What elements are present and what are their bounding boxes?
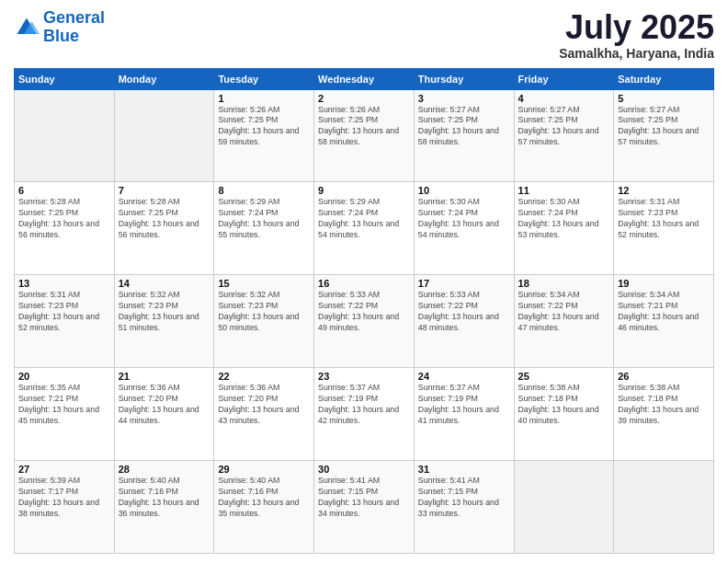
day-number: 14 — [119, 278, 210, 289]
weekday-header-row: SundayMondayTuesdayWednesdayThursdayFrid… — [15, 68, 714, 89]
day-cell: 27Sunrise: 5:39 AM Sunset: 7:17 PM Dayli… — [15, 461, 115, 554]
weekday-monday: Monday — [114, 68, 214, 89]
weekday-saturday: Saturday — [614, 68, 714, 89]
day-number: 18 — [518, 278, 610, 289]
day-number: 27 — [18, 464, 110, 475]
day-info: Sunrise: 5:32 AM Sunset: 7:23 PM Dayligh… — [119, 290, 210, 334]
day-info: Sunrise: 5:31 AM Sunset: 7:23 PM Dayligh… — [618, 197, 710, 241]
day-cell: 26Sunrise: 5:38 AM Sunset: 7:18 PM Dayli… — [614, 368, 714, 461]
day-cell: 23Sunrise: 5:37 AM Sunset: 7:19 PM Dayli… — [314, 368, 415, 461]
day-number: 7 — [119, 185, 210, 196]
day-info: Sunrise: 5:35 AM Sunset: 7:21 PM Dayligh… — [18, 383, 110, 427]
day-cell: 1Sunrise: 5:26 AM Sunset: 7:25 PM Daylig… — [214, 89, 314, 182]
day-info: Sunrise: 5:34 AM Sunset: 7:22 PM Dayligh… — [518, 290, 610, 334]
day-number: 4 — [518, 93, 610, 104]
day-number: 5 — [618, 93, 710, 104]
logo-line2: Blue — [43, 27, 79, 45]
day-info: Sunrise: 5:27 AM Sunset: 7:25 PM Dayligh… — [518, 105, 610, 149]
day-info: Sunrise: 5:37 AM Sunset: 7:19 PM Dayligh… — [418, 383, 510, 427]
day-number: 3 — [418, 93, 510, 104]
day-number: 9 — [318, 185, 410, 196]
day-cell: 3Sunrise: 5:27 AM Sunset: 7:25 PM Daylig… — [414, 89, 514, 182]
day-info: Sunrise: 5:31 AM Sunset: 7:23 PM Dayligh… — [18, 290, 110, 334]
day-cell: 20Sunrise: 5:35 AM Sunset: 7:21 PM Dayli… — [15, 368, 115, 461]
weekday-tuesday: Tuesday — [214, 68, 314, 89]
day-info: Sunrise: 5:26 AM Sunset: 7:25 PM Dayligh… — [218, 105, 310, 149]
day-info: Sunrise: 5:26 AM Sunset: 7:25 PM Dayligh… — [318, 105, 410, 149]
day-number: 20 — [18, 371, 110, 382]
day-number: 16 — [318, 278, 410, 289]
logo-icon — [14, 15, 40, 40]
day-cell: 5Sunrise: 5:27 AM Sunset: 7:25 PM Daylig… — [614, 89, 714, 182]
day-info: Sunrise: 5:28 AM Sunset: 7:25 PM Dayligh… — [119, 197, 210, 241]
day-info: Sunrise: 5:36 AM Sunset: 7:20 PM Dayligh… — [119, 383, 210, 427]
weekday-wednesday: Wednesday — [314, 68, 415, 89]
day-number: 15 — [218, 278, 310, 289]
location: Samalkha, Haryana, India — [559, 46, 714, 61]
day-number: 24 — [418, 371, 510, 382]
day-number: 1 — [218, 93, 310, 104]
logo: General Blue — [14, 9, 105, 46]
day-info: Sunrise: 5:40 AM Sunset: 7:16 PM Dayligh… — [218, 476, 310, 520]
logo-text: General Blue — [43, 9, 105, 46]
day-cell: 29Sunrise: 5:40 AM Sunset: 7:16 PM Dayli… — [214, 461, 314, 554]
day-cell: 7Sunrise: 5:28 AM Sunset: 7:25 PM Daylig… — [114, 182, 214, 275]
day-number: 8 — [218, 185, 310, 196]
day-cell: 21Sunrise: 5:36 AM Sunset: 7:20 PM Dayli… — [114, 368, 214, 461]
day-cell: 14Sunrise: 5:32 AM Sunset: 7:23 PM Dayli… — [114, 275, 214, 368]
header: General Blue July 2025 Samalkha, Haryana… — [14, 9, 714, 61]
day-cell: 18Sunrise: 5:34 AM Sunset: 7:22 PM Dayli… — [514, 275, 614, 368]
day-info: Sunrise: 5:36 AM Sunset: 7:20 PM Dayligh… — [218, 383, 310, 427]
day-info: Sunrise: 5:41 AM Sunset: 7:15 PM Dayligh… — [318, 476, 410, 520]
day-cell: 13Sunrise: 5:31 AM Sunset: 7:23 PM Dayli… — [15, 275, 115, 368]
day-info: Sunrise: 5:28 AM Sunset: 7:25 PM Dayligh… — [18, 197, 110, 241]
day-number: 17 — [418, 278, 510, 289]
day-number: 2 — [318, 93, 410, 104]
day-cell: 2Sunrise: 5:26 AM Sunset: 7:25 PM Daylig… — [314, 89, 415, 182]
week-row-3: 13Sunrise: 5:31 AM Sunset: 7:23 PM Dayli… — [15, 275, 714, 368]
day-info: Sunrise: 5:33 AM Sunset: 7:22 PM Dayligh… — [418, 290, 510, 334]
day-info: Sunrise: 5:38 AM Sunset: 7:18 PM Dayligh… — [618, 383, 710, 427]
day-number: 6 — [18, 185, 110, 196]
day-cell: 17Sunrise: 5:33 AM Sunset: 7:22 PM Dayli… — [414, 275, 514, 368]
week-row-5: 27Sunrise: 5:39 AM Sunset: 7:17 PM Dayli… — [15, 461, 714, 554]
day-cell: 10Sunrise: 5:30 AM Sunset: 7:24 PM Dayli… — [414, 182, 514, 275]
day-cell — [114, 89, 214, 182]
day-info: Sunrise: 5:38 AM Sunset: 7:18 PM Dayligh… — [518, 383, 610, 427]
page: General Blue July 2025 Samalkha, Haryana… — [0, 0, 728, 563]
day-cell: 15Sunrise: 5:32 AM Sunset: 7:23 PM Dayli… — [214, 275, 314, 368]
day-number: 31 — [418, 464, 510, 475]
day-cell: 22Sunrise: 5:36 AM Sunset: 7:20 PM Dayli… — [214, 368, 314, 461]
week-row-2: 6Sunrise: 5:28 AM Sunset: 7:25 PM Daylig… — [15, 182, 714, 275]
weekday-friday: Friday — [514, 68, 614, 89]
day-info: Sunrise: 5:32 AM Sunset: 7:23 PM Dayligh… — [218, 290, 310, 334]
day-info: Sunrise: 5:39 AM Sunset: 7:17 PM Dayligh… — [18, 476, 110, 520]
month-title: July 2025 — [559, 9, 714, 46]
day-number: 10 — [418, 185, 510, 196]
day-cell: 11Sunrise: 5:30 AM Sunset: 7:24 PM Dayli… — [514, 182, 614, 275]
day-cell: 8Sunrise: 5:29 AM Sunset: 7:24 PM Daylig… — [214, 182, 314, 275]
title-section: July 2025 Samalkha, Haryana, India — [559, 9, 714, 61]
day-cell: 6Sunrise: 5:28 AM Sunset: 7:25 PM Daylig… — [15, 182, 115, 275]
day-number: 30 — [318, 464, 410, 475]
day-cell: 25Sunrise: 5:38 AM Sunset: 7:18 PM Dayli… — [514, 368, 614, 461]
week-row-1: 1Sunrise: 5:26 AM Sunset: 7:25 PM Daylig… — [15, 89, 714, 182]
day-info: Sunrise: 5:33 AM Sunset: 7:22 PM Dayligh… — [318, 290, 410, 334]
day-info: Sunrise: 5:29 AM Sunset: 7:24 PM Dayligh… — [318, 197, 410, 241]
day-cell: 16Sunrise: 5:33 AM Sunset: 7:22 PM Dayli… — [314, 275, 415, 368]
day-cell: 28Sunrise: 5:40 AM Sunset: 7:16 PM Dayli… — [114, 461, 214, 554]
day-info: Sunrise: 5:29 AM Sunset: 7:24 PM Dayligh… — [218, 197, 310, 241]
day-info: Sunrise: 5:27 AM Sunset: 7:25 PM Dayligh… — [618, 105, 710, 149]
day-number: 12 — [618, 185, 710, 196]
day-info: Sunrise: 5:30 AM Sunset: 7:24 PM Dayligh… — [418, 197, 510, 241]
day-info: Sunrise: 5:37 AM Sunset: 7:19 PM Dayligh… — [318, 383, 410, 427]
day-cell: 12Sunrise: 5:31 AM Sunset: 7:23 PM Dayli… — [614, 182, 714, 275]
day-cell: 9Sunrise: 5:29 AM Sunset: 7:24 PM Daylig… — [314, 182, 415, 275]
day-info: Sunrise: 5:30 AM Sunset: 7:24 PM Dayligh… — [518, 197, 610, 241]
day-number: 28 — [119, 464, 210, 475]
day-number: 23 — [318, 371, 410, 382]
weekday-thursday: Thursday — [414, 68, 514, 89]
day-info: Sunrise: 5:27 AM Sunset: 7:25 PM Dayligh… — [418, 105, 510, 149]
day-cell — [614, 461, 714, 554]
day-info: Sunrise: 5:41 AM Sunset: 7:15 PM Dayligh… — [418, 476, 510, 520]
